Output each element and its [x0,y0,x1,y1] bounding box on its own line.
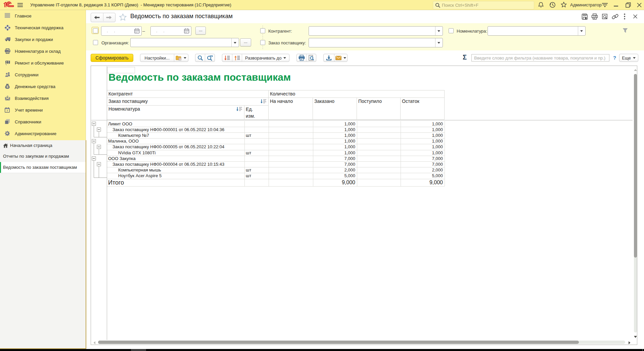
row-value: 1,000 [313,138,357,144]
current-user-label[interactable]: Администратор [570,2,602,7]
sidebar-item-6[interactable]: Сотрудники [0,69,86,81]
v-scroll-down-arrow[interactable] [634,336,637,338]
quick-filter-input[interactable]: Введите слово для фильтра (название това… [471,54,609,62]
window-minimize-button[interactable] [614,6,618,7]
send-email-button[interactable] [334,54,347,62]
h-scroll-right-arrow[interactable] [629,341,631,344]
period-checkbox[interactable] [93,28,98,33]
sidebar-item-1[interactable]: Главное [0,10,86,22]
sort-nomenclature-icon[interactable] [236,107,243,112]
collapse-group-button [97,162,101,166]
order-combo[interactable] [309,38,443,47]
v-scroll-up-arrow[interactable] [634,69,637,71]
sidebar-footer-item-3[interactable]: Ведомость по заказам поставщикам [0,162,86,173]
more-dots-icon[interactable] [624,13,626,20]
nav-back-icon[interactable] [94,15,100,20]
total-label: Итого [107,179,244,187]
h-scrollbar[interactable] [91,340,633,345]
service-menu-icon[interactable] [602,3,608,7]
favorites-star-icon[interactable] [561,2,567,8]
sidebar-item-9[interactable]: 7Учет времени [0,104,86,116]
settings-button[interactable]: Настройки... [140,54,174,62]
save-file-button[interactable] [324,54,334,62]
more-button[interactable]: Еще [619,54,638,62]
mail-icon [5,95,10,101]
collapse-group-button [97,145,101,149]
grid-vline [445,121,445,187]
sidebar-footer-item-2[interactable]: Отчеты по закупкам и продажам [0,151,86,162]
tab-favorite-star-icon[interactable] [119,13,127,21]
sidebar-item-2[interactable]: Техническая поддержка [0,22,86,34]
global-search-input[interactable]: Поиск Ctrl+Shift+F [433,1,534,9]
sidebar-item-label: Ремонт и обслуживание [15,61,64,66]
help-button[interactable]: ? [613,55,616,61]
notifications-bell-icon[interactable] [538,2,544,8]
dropdown-arrow[interactable] [578,27,585,35]
dropdown-arrow[interactable] [231,38,239,47]
sidebar-item-label: Сотрудники [15,72,38,77]
h-scroll-left-arrow[interactable] [93,341,95,344]
find-button[interactable] [195,54,205,62]
sort-asc-button[interactable] [232,54,242,62]
cancel-find-button[interactable] [205,54,215,62]
sort-desc-button[interactable] [222,54,232,62]
sidebar-footer-item-1[interactable]: Начальная страница [0,140,86,151]
tab-close-icon[interactable] [633,14,638,19]
header-split-line [91,120,633,120]
history-icon[interactable] [549,2,556,8]
nomenclature-checkbox[interactable] [449,28,454,33]
calendar-small-icon[interactable] [184,28,189,34]
v-scrollbar-thumb[interactable] [634,74,637,258]
expand-to-button[interactable]: Разворачивать до [242,54,289,62]
row-value: 1,000 [401,150,445,156]
dropdown-arrow[interactable] [435,38,443,47]
row-value: 1,000 [401,132,445,138]
sort-order-icon[interactable] [260,99,267,104]
contragent-checkbox[interactable] [260,28,265,33]
window-close-button[interactable] [637,2,642,8]
report-area: Ведомость по заказам поставщикам Контраг… [91,66,637,345]
sidebar-item-4[interactable]: Номенклатура и склад [0,45,86,57]
report-variants-button[interactable] [174,54,188,62]
print-preview-button[interactable] [307,54,316,62]
period-from-input[interactable]: . . [101,26,142,36]
taskbar-active-app [131,349,146,351]
sidebar-item-7[interactable]: $Денежные средства [0,81,86,92]
row-group-tree[interactable] [91,66,107,200]
filter-funnel-icon[interactable] [623,28,628,33]
row-label: ООО Закупка [107,156,244,161]
organization-more-button[interactable]: ... [240,38,251,46]
main-menu-icon[interactable] [17,3,23,7]
organization-checkbox[interactable] [93,40,98,45]
order-checkbox[interactable] [260,40,265,45]
nomenclature-combo[interactable] [488,26,586,36]
organization-combo[interactable] [130,38,239,47]
sidebar-item-11[interactable]: Администрирование [0,128,86,140]
get-link-icon[interactable] [612,13,618,20]
print-report-button[interactable] [297,54,306,62]
sidebar-item-8[interactable]: Взаимодействия [0,92,86,104]
row-value: 1,000 [313,132,357,138]
calendar-small-icon[interactable] [134,28,140,34]
print-preview-icon[interactable] [602,13,608,20]
v-scrollbar[interactable] [633,66,637,345]
period-more-button[interactable]: ... [195,27,206,35]
sidebar-item-label: Администрирование [15,131,56,136]
settings-group: Настройки... [140,54,188,62]
grid-vline [357,121,357,187]
generate-button[interactable]: Сформировать [91,54,133,62]
sidebar-item-5[interactable]: Ремонт и обслуживание [0,57,86,69]
contragent-combo[interactable] [309,26,443,36]
h-scrollbar-thumb[interactable] [98,341,579,344]
sigma-totals-icon[interactable]: Σ [463,53,467,61]
sidebar-item-3[interactable]: Закупки и продажи [0,34,86,45]
nav-forward-icon[interactable] [106,15,112,20]
period-to-input[interactable]: . . [150,26,191,36]
save-icon[interactable] [582,13,588,20]
window-maximize-button[interactable] [626,2,631,8]
dropdown-arrow[interactable] [435,27,443,35]
sidebar-item-10[interactable]: Справочники [0,116,86,128]
print-icon[interactable] [591,13,598,20]
expand-group: Разворачивать до [222,54,289,62]
row-label: NVidia GTX 1080Ti [107,150,244,156]
